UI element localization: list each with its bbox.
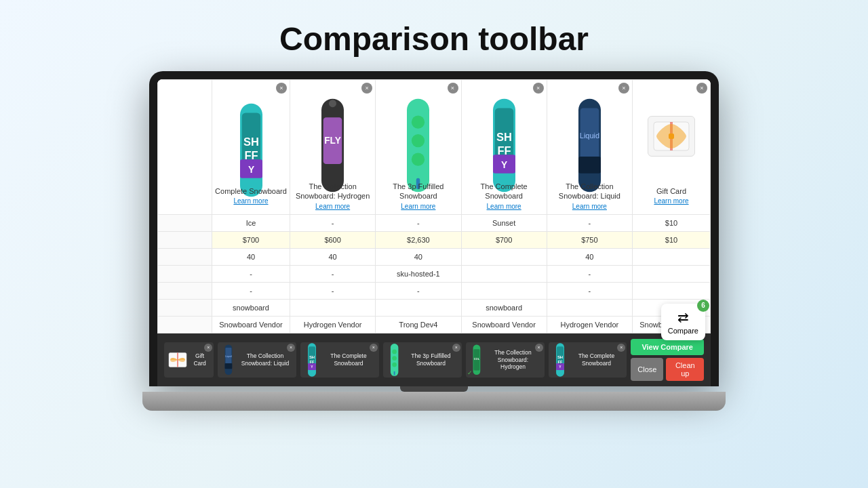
- product-name-liquid-snowboard: The Collection Snowboard: Liquid: [550, 182, 629, 201]
- svg-point-12: [412, 134, 425, 147]
- toolbar-img-5: SH FF Y: [553, 346, 567, 373]
- cell-3p-fulfilled-type_row: [376, 299, 461, 316]
- toolbar-label-3: The 3p Fulfilled Snowboard: [404, 352, 458, 366]
- cell-complete-snowboard-2-type_row: snowboard: [461, 299, 547, 316]
- cell-complete-snowboard-2-vendor_row: Snowboard Vendor: [461, 316, 547, 333]
- svg-point-9: [329, 100, 336, 107]
- svg-rect-24: [578, 157, 601, 174]
- laptop-screen: × SH FF Y Complete SnowboardLearn more× …: [149, 71, 719, 386]
- product-image-3p-fulfilled: [399, 89, 437, 167]
- toolbar-item-1[interactable]: × Liquid The Collection Snowboard: Liqui…: [218, 342, 296, 378]
- product-image-complete-snowboard: SH FF Y: [233, 94, 270, 172]
- cell-complete-snowboard-2-price_row: $700: [461, 231, 547, 248]
- row-label-3: [158, 265, 212, 282]
- toolbar-label-1: The Collection Snowboard: Liquid: [238, 352, 292, 366]
- svg-rect-33: [225, 363, 233, 369]
- toolbar-label-4: The Collection Snowboard: Hydrogen: [486, 349, 540, 370]
- compare-badge: 6: [697, 300, 709, 312]
- cell-liquid-snowboard-type_row: [547, 299, 632, 316]
- product-col-complete-snowboard-2: × SH FF Y The Complete SnowboardLearn mo…: [461, 80, 547, 215]
- product-name-gift-card: Gift Card: [635, 186, 707, 196]
- learn-more-complete-snowboard[interactable]: Learn more: [215, 197, 287, 205]
- remove-product-complete-snowboard-2[interactable]: ×: [533, 83, 544, 94]
- cell-complete-snowboard-qty_row: 40: [212, 248, 290, 265]
- learn-more-liquid-snowboard[interactable]: Learn more: [550, 203, 629, 210]
- page-title: Comparison toolbar: [279, 20, 589, 58]
- svg-text:Y: Y: [559, 365, 561, 369]
- toolbar-img-4: COL: [471, 346, 483, 373]
- cleanup-button[interactable]: Clean up: [666, 358, 704, 381]
- label-col-header: [158, 80, 212, 215]
- remove-product-complete-snowboard[interactable]: ×: [276, 83, 287, 94]
- cell-complete-snowboard-color_row: Ice: [212, 214, 290, 231]
- cell-liquid-snowboard-vendor_row: Hydrogen Vendor: [547, 316, 632, 333]
- svg-text:Y: Y: [501, 160, 507, 170]
- toolbar-label-5: The Complete Snowboard: [570, 352, 623, 366]
- view-compare-button[interactable]: View Compare: [631, 339, 704, 355]
- svg-text:SH: SH: [243, 136, 259, 148]
- cell-3p-fulfilled-color_row: -: [376, 214, 461, 231]
- cell-gift-card-barcode_row: [633, 282, 711, 299]
- toolbar-remove-2[interactable]: ×: [370, 344, 378, 352]
- learn-more-gift-card[interactable]: Learn more: [635, 197, 707, 205]
- product-name-complete-snowboard: Complete Snowboard: [215, 186, 287, 196]
- svg-text:Liquid: Liquid: [225, 355, 231, 358]
- svg-rect-44: [394, 371, 395, 375]
- toolbar-img-0: [168, 345, 187, 375]
- cell-hydrogen-snowboard-barcode_row: -: [290, 282, 376, 299]
- product-name-3p-fulfilled: The 3p Fulfilled Snowboard: [378, 182, 458, 201]
- row-label-5: [158, 299, 212, 316]
- cell-3p-fulfilled-sku_row: sku-hosted-1: [376, 265, 461, 282]
- product-image-hydrogen-snowboard: FLY: [314, 89, 351, 167]
- toolbar-item-3[interactable]: × The 3p Fulfilled Snowboard: [383, 342, 462, 378]
- screen-inner: × SH FF Y Complete SnowboardLearn more× …: [157, 79, 711, 386]
- cell-complete-snowboard-2-barcode_row: [461, 282, 547, 299]
- toolbar-remove-0[interactable]: ×: [204, 344, 212, 352]
- learn-more-3p-fulfilled[interactable]: Learn more: [378, 203, 458, 210]
- cell-complete-snowboard-price_row: $700: [212, 231, 290, 248]
- remove-product-3p-fulfilled[interactable]: ×: [448, 83, 458, 94]
- remove-product-liquid-snowboard[interactable]: ×: [618, 83, 629, 94]
- toolbar-actions: View CompareCloseClean up: [631, 339, 704, 381]
- row-label-6: [158, 316, 212, 333]
- product-col-complete-snowboard: × SH FF Y Complete SnowboardLearn more: [212, 80, 290, 215]
- svg-text:FLY: FLY: [324, 136, 341, 146]
- compare-float-button[interactable]: 6 ⇄ Compare: [661, 304, 705, 340]
- close-button[interactable]: Close: [631, 358, 663, 381]
- cell-gift-card-color_row: $10: [633, 214, 711, 231]
- svg-text:SH: SH: [557, 354, 562, 359]
- svg-text:COL: COL: [473, 357, 479, 361]
- toolbar-item-5[interactable]: × SH FF Y The Complete Snowboard: [549, 342, 627, 378]
- content-area: × SH FF Y Complete SnowboardLearn more× …: [157, 79, 711, 386]
- remove-product-gift-card[interactable]: ×: [696, 83, 707, 94]
- learn-more-hydrogen-snowboard[interactable]: Learn more: [293, 203, 372, 210]
- svg-text:FF: FF: [557, 360, 563, 364]
- cell-liquid-snowboard-price_row: $750: [547, 231, 632, 248]
- toolbar-remove-1[interactable]: ×: [287, 344, 295, 352]
- bottom-toolbar: × Gift Card× Liquid The Collection Snowb…: [157, 333, 711, 386]
- cell-hydrogen-snowboard-type_row: [290, 299, 376, 316]
- product-image-complete-snowboard-2: SH FF Y: [486, 89, 523, 167]
- cell-hydrogen-snowboard-vendor_row: Hydrogen Vendor: [290, 316, 376, 333]
- cell-gift-card-sku_row: [633, 265, 711, 282]
- svg-text:FF: FF: [309, 360, 315, 364]
- toolbar-img-1: Liquid: [222, 346, 235, 373]
- toolbar-img-3: [388, 346, 401, 373]
- product-col-3p-fulfilled: × The 3p Fulfilled SnowboardLearn more: [376, 80, 461, 215]
- toolbar-remove-4[interactable]: ×: [535, 344, 543, 352]
- compare-table: × SH FF Y Complete SnowboardLearn more× …: [157, 79, 711, 333]
- row-label-0: [158, 214, 212, 231]
- toolbar-item-0[interactable]: × Gift Card: [164, 342, 214, 378]
- toolbar-item-4[interactable]: ×✓ COL The Collection Snowboard: Hydroge…: [466, 342, 545, 378]
- toolbar-remove-5[interactable]: ×: [617, 344, 625, 352]
- cell-liquid-snowboard-sku_row: -: [547, 265, 632, 282]
- cell-liquid-snowboard-barcode_row: -: [547, 282, 632, 299]
- toolbar-remove-3[interactable]: ×: [452, 344, 460, 352]
- compare-float-label: Compare: [668, 327, 698, 335]
- cell-complete-snowboard-vendor_row: Snowboard Vendor: [212, 316, 290, 333]
- cell-3p-fulfilled-price_row: $2,630: [376, 231, 461, 248]
- row-label-2: [158, 248, 212, 265]
- toolbar-item-2[interactable]: × SH FF Y The Complete Snowboard: [300, 342, 379, 378]
- learn-more-complete-snowboard-2[interactable]: Learn more: [465, 203, 544, 210]
- cell-complete-snowboard-2-color_row: Sunset: [461, 214, 547, 231]
